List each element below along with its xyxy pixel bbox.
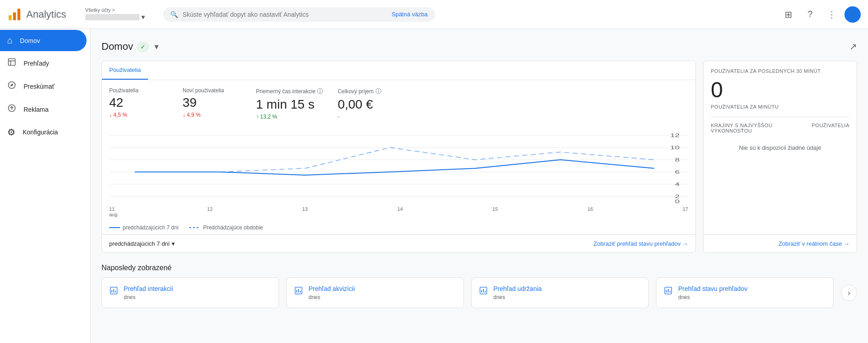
user-avatar[interactable]: 👤 [844,6,861,23]
sidebar-item-config[interactable]: ⚙ Konfigurácia [0,121,87,143]
realtime-table-header: KRAJINY S NAJVYŠŠOU VÝKONNOSŤOU POUŽIVAT… [704,117,857,137]
next-button[interactable]: › [841,285,857,301]
report-card-icon [109,286,118,297]
svg-rect-3 [9,59,15,66]
help-icon-btn[interactable]: ? [801,5,819,24]
header: Analytics Všetky účty > ▾ 🔍 Spätná väzba… [0,0,868,29]
report-card-acquisition[interactable]: Prehľad akvizícii dnes [286,277,464,308]
stats-card: Použivatelia Použivatelia 42 ↓ 4,5 % Nov… [101,61,696,253]
more-icon-btn[interactable]: ⋮ [823,5,841,24]
metric-change: ↓ 4,5 % [109,112,168,118]
sidebar-item-home[interactable]: ⌂ Domov [0,30,87,51]
report-card-text: Prehľad akvizícii dnes [309,285,355,300]
svg-text:12: 12 [670,133,680,138]
users-tab[interactable]: Použivatelia [102,61,148,80]
trend-icon[interactable]: ↗ [849,41,857,52]
main-content: Domov ✓ ▾ ↗ Použivatelia Použivatelia 42… [91,29,868,343]
svg-text:0: 0 [675,199,680,203]
sidebar-item-label: Domov [20,37,40,44]
reports-icon [7,57,16,69]
realtime-header: POUŽIVATELIA ZA POSLEDNÝCH 30 MINÚT [704,61,857,77]
svg-text:8: 8 [675,157,680,162]
chart-wrap: 12 10 8 6 4 2 0 [102,127,695,205]
page-title-dropdown-btn[interactable]: ▾ [153,40,160,53]
metric-label: Celkový príjem ⓘ [338,87,396,95]
metric-value: 42 [109,95,168,110]
chart-line-solid [135,160,654,175]
metric-label-text: Celkový príjem [338,88,373,95]
stats-metrics: Použivatelia 42 ↓ 4,5 % Noví použivateli… [102,80,695,127]
report-card-date: dnes [493,294,542,300]
realtime-card: POUŽIVATELIA ZA POSLEDNÝCH 30 MINÚT 0 PO… [703,61,857,253]
account-selector[interactable]: Všetky účty > ▾ [85,7,158,21]
legend-solid-line [109,227,120,228]
property-name[interactable]: ▾ [85,13,158,21]
footer-dropdown-icon: ▾ [172,240,175,247]
realtime-link[interactable]: Zobraziť v reálnom čase → [778,240,849,247]
report-card-engagement[interactable]: Prehľad interakcií dnes [101,277,279,308]
legend-dashed-line [189,227,200,228]
search-bar[interactable]: 🔍 Spätná väzba [163,7,435,22]
app-logo: Analytics [7,7,80,22]
apps-icon-btn[interactable]: ⊞ [779,5,797,24]
svg-text:2: 2 [675,194,680,199]
recently-viewed-title: Naposledy zobrazené [101,264,857,272]
sidebar: ⌂ Domov Prehľady Preskúmať Reklama ⚙ Kon… [0,29,91,343]
footer-link[interactable]: Zobraziť prehľad stavu prehľadov → [593,240,688,247]
header-actions: ⊞ ? ⋮ 👤 [779,5,861,24]
metric-revenue: Celkový príjem ⓘ 0,00 € - [338,87,396,120]
x-label: 16 [588,206,593,217]
search-input[interactable] [183,11,387,18]
report-card-text: Prehľad stavu prehľadov dnes [678,285,747,300]
x-label: 12 [207,206,212,217]
footer-dropdown-label: predchádzajúcich 7 dní [109,240,170,247]
help-icon: ? [807,9,812,19]
metric-change: ↑ 13,2 % [256,114,323,120]
legend-dashed-label: Predchádzajúce obdobie [203,224,263,231]
info-icon[interactable]: ⓘ [317,87,323,95]
metric-change: - [338,114,396,120]
report-card-overview[interactable]: Prehľad stavu prehľadov dnes [656,277,834,308]
report-card-name: Prehľad interakcií [124,285,173,292]
sidebar-item-reports[interactable]: Prehľady [0,52,87,74]
x-label: 13 [302,206,308,217]
svg-text:6: 6 [675,170,680,175]
realtime-count: 0 [704,77,857,104]
realtime-link-text: Zobraziť v reálnom čase → [778,240,849,247]
realtime-footer: Zobraziť v reálnom čase → [704,234,857,252]
metric-new-users: Noví použivatelia 39 ↓ 4,9 % [183,87,241,120]
svg-marker-7 [10,84,14,87]
report-card-icon [664,286,673,297]
realtime-count-label: POUŽIVATELIA ZA MINÚTU [704,104,857,117]
stats-card-footer: predchádzajúcich 7 dní ▾ Zobraziť prehľa… [102,234,695,252]
legend-dashed: Predchádzajúce obdobie [189,224,263,231]
more-icon: ⋮ [827,9,836,20]
cards-row: Použivatelia Použivatelia 42 ↓ 4,5 % Nov… [101,61,857,253]
app-name: Analytics [26,9,66,20]
stats-tabs: Použivatelia [102,61,695,80]
metric-label-text: Použivatelia [109,87,139,94]
property-blurred [85,14,140,20]
metric-avg-engagement: Priemerný čas interakcie ⓘ 1 min 15 s ↑ … [256,87,323,120]
report-card-date: dnes [309,294,355,300]
metric-value: 0,00 € [338,97,396,112]
home-icon: ⌂ [7,35,13,46]
metric-label: Použivatelia [109,87,168,94]
sidebar-item-advertising[interactable]: Reklama [0,98,87,120]
realtime-no-data: Nie sú k dispozícii žiadne údaje [704,137,857,234]
metric-label-text: Priemerný čas interakcie [256,88,315,95]
report-card-retention[interactable]: Prehľad udržania dnes [471,277,649,308]
metric-value: 1 min 15 s [256,97,323,112]
metric-label: Noví použivatelia [183,87,241,94]
feedback-link[interactable]: Spätná väzba [391,11,428,18]
footer-dropdown[interactable]: predchádzajúcich 7 dní ▾ [109,240,175,247]
svg-rect-2 [17,9,20,20]
all-accounts-label: Všetky účty > [85,7,158,13]
sidebar-item-label: Reklama [24,106,48,113]
svg-rect-0 [9,15,11,20]
sidebar-item-explore[interactable]: Preskúmať [0,75,87,97]
svg-text:10: 10 [670,145,680,150]
info-icon[interactable]: ⓘ [376,87,381,95]
chart-legend: predchádzajúcich 7 dní Predchádzajúce ob… [102,221,695,234]
report-card-date: dnes [678,294,747,300]
